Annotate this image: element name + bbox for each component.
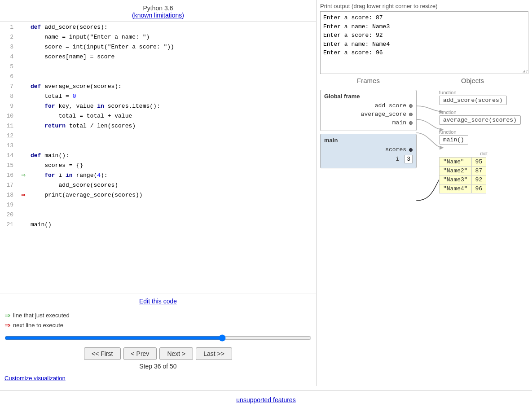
- code-header: Python 3.6 (known limitations): [0, 0, 316, 22]
- line-code-17: add_score(scores): [29, 180, 316, 190]
- main-function-box: main(): [439, 135, 468, 145]
- line-arrow-8: [18, 91, 29, 101]
- code-scroll-area: 1def add_score(scores):2 name = input("E…: [0, 22, 316, 294]
- main-varname: main: [392, 119, 406, 126]
- average-score-function-box: average_score(scores): [439, 115, 521, 125]
- line-arrow-6: [18, 71, 29, 81]
- dict-label: dict: [439, 151, 528, 156]
- dict-key-name4: "Name4": [440, 184, 472, 193]
- first-button[interactable]: << First: [84, 347, 120, 360]
- add-score-function-box: add_score(scores): [439, 96, 507, 105]
- left-panel: Python 3.6 (known limitations) 1def add_…: [0, 0, 317, 386]
- code-line-5: 5: [0, 61, 316, 71]
- legend-red: ⇒ next line to execute: [4, 321, 312, 329]
- unsupported-features-link[interactable]: unsupported features: [236, 396, 295, 404]
- code-line-7: 7def average_score(scores):: [0, 81, 316, 91]
- code-line-18: 18⇒ print(average_score(scores)): [0, 190, 316, 200]
- line-code-21: main(): [29, 219, 316, 229]
- line-code-11: return total / len(scores): [29, 121, 316, 131]
- dict-row-name2: "Name2" 87: [440, 167, 486, 175]
- line-code-5: [29, 61, 316, 71]
- line-code-14: def main():: [29, 150, 316, 160]
- step-slider[interactable]: [4, 334, 312, 342]
- nav-buttons: << First < Prev Next > Last >>: [0, 345, 316, 363]
- edit-this-code-link[interactable]: Edit this code: [139, 298, 177, 305]
- line-code-20: [29, 210, 316, 219]
- line-number-12: 12: [0, 131, 18, 140]
- green-arrow-16: ⇒: [21, 171, 26, 180]
- code-line-15: 15 scores = {}: [0, 160, 316, 170]
- line-code-15: scores = {}: [29, 160, 316, 170]
- line-number-17: 17: [0, 180, 18, 190]
- line-number-14: 14: [0, 150, 18, 160]
- code-table: 1def add_score(scores):2 name = input("E…: [0, 22, 316, 229]
- red-arrow-18: ⇒: [21, 191, 26, 199]
- add-score-function-label: function: [439, 90, 528, 95]
- legend-area: ⇒ line that just executed ⇒ next line to…: [0, 308, 316, 333]
- line-code-3: score = int(input("Enter a score: ")): [29, 42, 316, 52]
- line-arrow-18: ⇒: [18, 190, 29, 200]
- dict-key-name1: "Name": [440, 158, 472, 167]
- main-function-label: function: [439, 129, 528, 135]
- customize-visualization-link[interactable]: Customize visualization: [4, 375, 66, 382]
- legend-red-text: next line to execute: [13, 322, 63, 329]
- line-number-16: 16: [0, 170, 18, 180]
- line-number-5: 5: [0, 61, 18, 71]
- objects-section: function add_score(scores) function aver…: [417, 90, 528, 255]
- prev-button[interactable]: < Prev: [123, 347, 157, 360]
- line-number-3: 3: [0, 42, 18, 52]
- main-dot: [409, 121, 413, 125]
- line-number-13: 13: [0, 140, 18, 150]
- output-header: Print output (drag lower right corner to…: [317, 0, 532, 10]
- code-line-19: 19: [0, 200, 316, 210]
- global-frame-box: Global frame add_score average_score mai…: [320, 90, 417, 131]
- line-code-7: def average_score(scores):: [29, 81, 316, 91]
- dict-val-name4: 96: [471, 184, 486, 193]
- green-arrow-icon: ⇒: [4, 311, 10, 320]
- line-number-11: 11: [0, 121, 18, 131]
- code-line-6: 6: [0, 71, 316, 81]
- i-varname: i: [396, 156, 399, 162]
- line-arrow-11: [18, 121, 29, 131]
- average-score-function-label: function: [439, 110, 528, 115]
- red-arrow-icon: ⇒: [4, 321, 10, 329]
- line-number-19: 19: [0, 200, 18, 210]
- next-button[interactable]: Next >: [159, 347, 193, 360]
- main-frame-box: main scores i 3: [320, 134, 417, 168]
- legend-green: ⇒ line that just executed: [4, 311, 312, 320]
- scores-dot: [409, 148, 413, 152]
- average-score-varname: average_score: [361, 111, 406, 118]
- add-score-function-obj: function add_score(scores): [439, 90, 528, 105]
- frame-var-average-score: average_score: [324, 111, 413, 118]
- line-arrow-7: [18, 81, 29, 91]
- line-code-18: print(average_score(scores)): [29, 190, 316, 200]
- line-number-15: 15: [0, 160, 18, 170]
- line-number-1: 1: [0, 22, 18, 32]
- known-limitations-link[interactable]: (known limitations): [132, 12, 184, 19]
- code-line-11: 11 return total / len(scores): [0, 121, 316, 131]
- dict-obj: dict "Name" 95 "Name2" 87 "Name3" 92: [439, 151, 528, 193]
- code-line-20: 20: [0, 210, 316, 219]
- code-line-10: 10 total = total + value: [0, 111, 316, 121]
- line-arrow-19: [18, 200, 29, 210]
- line-arrow-2: [18, 32, 29, 42]
- python-version: Python 3.6: [0, 4, 316, 12]
- frames-header: Frames: [320, 77, 417, 84]
- line-code-2: name = input("Enter a name: "): [29, 32, 316, 42]
- line-arrow-21: [18, 219, 29, 229]
- line-arrow-9: [18, 101, 29, 111]
- line-code-12: [29, 131, 316, 140]
- output-box[interactable]: Enter a score: 87 Enter a name: Name3 En…: [320, 11, 528, 74]
- line-arrow-5: [18, 61, 29, 71]
- line-arrow-14: [18, 150, 29, 160]
- line-arrow-4: [18, 52, 29, 61]
- main-frame-i-row: i 3: [324, 155, 413, 163]
- frame-var-add-score: add_score: [324, 102, 413, 109]
- line-arrow-17: [18, 180, 29, 190]
- dict-key-name3: "Name3": [440, 175, 472, 184]
- last-button[interactable]: Last >>: [196, 347, 232, 360]
- resize-handle-icon[interactable]: ◢: [523, 68, 527, 73]
- customize-link-area: Customize visualization: [0, 373, 316, 386]
- code-line-17: 17 add_score(scores): [0, 180, 316, 190]
- line-code-10: total = total + value: [29, 111, 316, 121]
